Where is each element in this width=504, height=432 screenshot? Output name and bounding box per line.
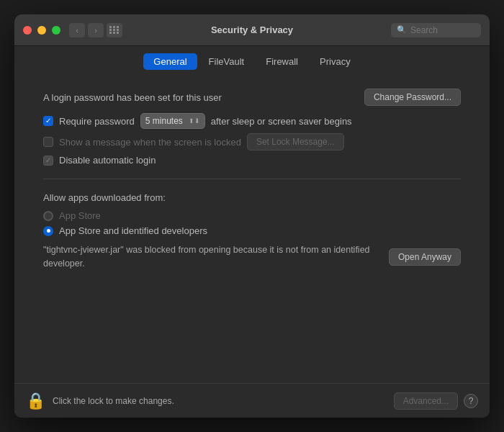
main-window: ‹ › Security & Privacy 🔍 General FileVau… xyxy=(14,14,490,418)
change-password-button[interactable]: Change Password... xyxy=(364,89,461,106)
require-password-label: Require password xyxy=(59,116,135,127)
search-bar[interactable]: 🔍 xyxy=(391,23,481,37)
grid-icon xyxy=(109,26,120,34)
close-button[interactable] xyxy=(23,26,32,35)
radio-both[interactable] xyxy=(43,226,53,236)
blocked-text: "tightvnc-jviewer.jar" was blocked from … xyxy=(43,243,380,271)
footer: 🔒 Click the lock to make changes. Advanc… xyxy=(14,383,490,418)
search-input[interactable] xyxy=(410,25,475,35)
footer-text: Click the lock to make changes. xyxy=(53,396,387,406)
radio-both-row: App Store and identified developers xyxy=(43,225,461,236)
tab-filevault[interactable]: FileVault xyxy=(199,53,255,70)
set-lock-message-button[interactable]: Set Lock Message... xyxy=(247,133,344,150)
back-button[interactable]: ‹ xyxy=(69,23,85,37)
radio-appstore[interactable] xyxy=(43,211,53,221)
advanced-button[interactable]: Advanced... xyxy=(394,392,458,410)
disable-autologin-label: Disable automatic login xyxy=(59,155,156,166)
require-password-checkbox[interactable] xyxy=(43,116,53,126)
title-bar: ‹ › Security & Privacy 🔍 xyxy=(14,14,490,46)
tabs-bar: General FileVault Firewall Privacy xyxy=(14,46,490,76)
footer-buttons: Advanced... ? xyxy=(394,392,478,410)
require-password-dropdown[interactable]: 5 minutes ⬆⬇ xyxy=(140,113,205,129)
open-anyway-button[interactable]: Open Anyway xyxy=(389,248,461,266)
radio-appstore-row: App Store xyxy=(43,210,461,221)
disable-autologin-checkbox[interactable] xyxy=(43,156,53,166)
allow-apps-label: Allow apps downloaded from: xyxy=(43,192,461,203)
minimize-button[interactable] xyxy=(37,26,46,35)
tab-general[interactable]: General xyxy=(143,53,197,70)
tab-firewall[interactable]: Firewall xyxy=(256,53,308,70)
grid-view-button[interactable] xyxy=(107,23,122,37)
maximize-button[interactable] xyxy=(52,26,60,35)
chevron-down-icon: ⬆⬇ xyxy=(189,117,200,125)
dropdown-value: 5 minutes xyxy=(145,116,183,126)
radio-appstore-label: App Store xyxy=(59,210,101,221)
radio-both-label: App Store and identified developers xyxy=(59,225,207,236)
disable-autologin-row: Disable automatic login xyxy=(43,155,461,166)
help-button[interactable]: ? xyxy=(464,394,478,408)
show-message-row: Show a message when the screen is locked… xyxy=(43,133,461,150)
search-icon: 🔍 xyxy=(397,25,407,35)
show-message-label: Show a message when the screen is locked xyxy=(59,137,241,148)
require-password-row: Require password 5 minutes ⬆⬇ after slee… xyxy=(43,113,461,129)
tab-privacy[interactable]: Privacy xyxy=(310,53,361,70)
blocked-app-row: "tightvnc-jviewer.jar" was blocked from … xyxy=(43,243,461,271)
lock-icon[interactable]: 🔒 xyxy=(26,392,45,410)
login-password-row: A login password has been set for this u… xyxy=(43,89,461,106)
section-divider xyxy=(43,179,461,179)
forward-button[interactable]: › xyxy=(88,23,104,37)
nav-buttons: ‹ › xyxy=(69,23,104,37)
traffic-lights xyxy=(23,26,60,35)
show-message-checkbox[interactable] xyxy=(43,137,53,147)
login-password-text: A login password has been set for this u… xyxy=(43,92,359,103)
after-sleep-text: after sleep or screen saver begins xyxy=(211,116,352,127)
content-area: A login password has been set for this u… xyxy=(14,76,490,383)
window-title: Security & Privacy xyxy=(211,24,293,35)
